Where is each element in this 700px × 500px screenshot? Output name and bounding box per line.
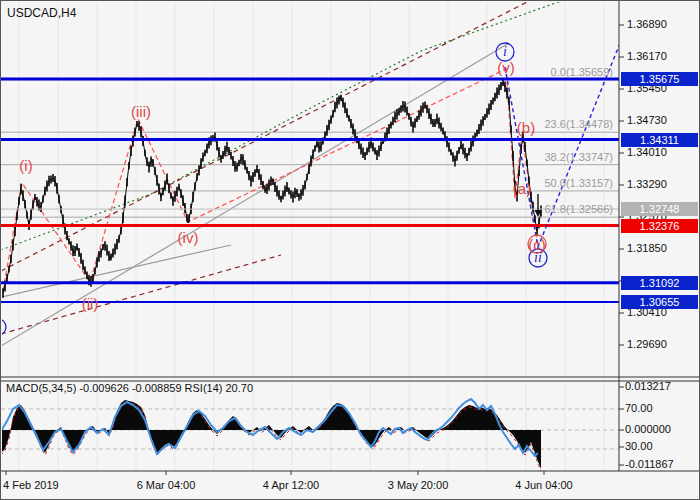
fib-level-label: 38.2(1.33747) xyxy=(545,151,614,163)
wave-label: (ii) xyxy=(82,295,99,312)
price-badge-blue: 1.35675 xyxy=(621,72,698,86)
trading-chart-window: USDCAD,H4 MACD(5,34,5) -0.009626 -0.0088… xyxy=(0,0,700,500)
fib-level-label: 50.0(1.33157) xyxy=(545,177,614,189)
wave-label: (iv) xyxy=(178,229,199,246)
wave-label: (b) xyxy=(517,119,535,136)
trendline xyxy=(1,43,509,346)
macd-axis-label: -0.011867 xyxy=(625,458,674,470)
x-axis-date-label: 4 Feb 2019 xyxy=(3,479,59,491)
price-badge-blue: 1.31092 xyxy=(621,276,698,290)
trendline xyxy=(1,1,529,271)
y-axis-tick-label: 1.34730 xyxy=(627,114,667,126)
x-axis-date-label: 3 May 20:00 xyxy=(388,479,449,491)
price-badge-red: 1.32376 xyxy=(621,219,698,233)
price-badge-blue: 1.34311 xyxy=(621,133,698,147)
x-axis-date-label: 4 Jun 04:00 xyxy=(515,479,573,491)
fib-level-label: 61.8(1.32566) xyxy=(545,203,614,215)
y-axis-tick-label: 1.29690 xyxy=(627,338,667,350)
y-axis-tick-label: 1.36170 xyxy=(627,50,667,62)
wave-label: (iii) xyxy=(131,103,151,120)
price-badge-blue: 1.30655 xyxy=(621,295,698,309)
x-axis-date-label: 6 Mar 04:00 xyxy=(137,479,196,491)
y-axis-tick-label: 1.33290 xyxy=(627,178,667,190)
macd-axis-label: 30.00 xyxy=(625,440,653,452)
y-axis-tick-label: 1.36890 xyxy=(627,18,667,30)
wave-label: (v) xyxy=(497,59,515,76)
symbol-timeframe-label: USDCAD,H4 xyxy=(7,6,76,20)
macd-axis-label: 0.013217 xyxy=(625,380,671,392)
wave-label: (a) xyxy=(513,180,531,197)
macd-axis-label: 70.00 xyxy=(625,402,653,414)
y-axis-tick-label: 1.34010 xyxy=(627,146,667,158)
y-axis-tick-label: 1.31850 xyxy=(627,242,667,254)
wave-label: i xyxy=(503,44,507,60)
fib-level-label: 0.0(1.35659) xyxy=(551,66,613,78)
wave-label: ii xyxy=(534,250,542,266)
fib-level-label: 23.6(1.34478) xyxy=(545,118,614,130)
trendline xyxy=(1,1,561,250)
trendline xyxy=(1,255,281,334)
wave-label: (i) xyxy=(19,157,32,174)
macd-histogram xyxy=(1,400,541,469)
price-bars xyxy=(3,78,541,298)
price-badge-gray: 1.32748 xyxy=(621,202,698,216)
x-axis-date-label: 4 Apr 12:00 xyxy=(263,479,319,491)
indicator-values-label: MACD(5,34,5) -0.009626 -0.008859 RSI(14)… xyxy=(6,382,253,394)
macd-axis-label: 0.000000 xyxy=(625,423,671,435)
